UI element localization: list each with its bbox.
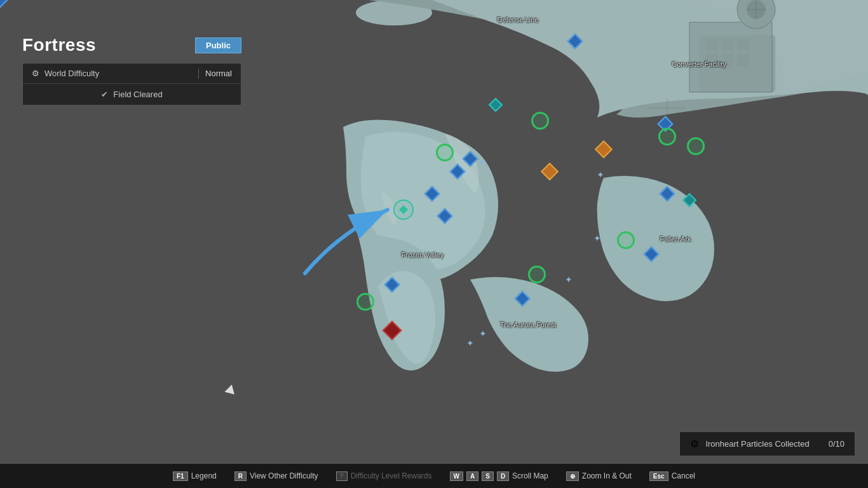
stats-box: ⚙ World Difficulty │ Normal ✔ Field Clea… bbox=[22, 63, 241, 105]
zoom-label: Zoom In & Out bbox=[582, 471, 632, 480]
view-difficulty-label: View Other Difficulty bbox=[250, 471, 318, 480]
a-badge: A bbox=[466, 471, 478, 481]
legend-key[interactable]: F1 Legend bbox=[173, 471, 217, 481]
difficulty-rewards-label: Difficulty Level Rewards bbox=[351, 471, 432, 480]
zoom-badge: ⊕ bbox=[566, 471, 579, 481]
encounter-marker-6[interactable]: ✦ bbox=[466, 338, 474, 348]
field-cleared-row: ✔ Field Cleared bbox=[23, 84, 241, 105]
ironheart-count: 0/10 bbox=[829, 439, 844, 449]
cancel-key[interactable]: Esc Cancel bbox=[649, 471, 695, 481]
public-badge[interactable]: Public bbox=[195, 37, 241, 53]
resource-node-2[interactable] bbox=[531, 112, 549, 130]
w-badge: W bbox=[450, 471, 463, 481]
scroll-map-label: Scroll Map bbox=[512, 471, 548, 480]
info-panel: Fortress Public ⚙ World Difficulty │ Nor… bbox=[22, 35, 241, 105]
f1-badge: F1 bbox=[173, 471, 188, 481]
resource-node-5[interactable] bbox=[356, 293, 374, 311]
fortress-header: Fortress Public bbox=[22, 35, 241, 55]
resource-node-1[interactable] bbox=[436, 144, 454, 161]
world-difficulty-row[interactable]: ⚙ World Difficulty │ Normal bbox=[23, 64, 241, 84]
cancel-label: Cancel bbox=[672, 471, 695, 480]
esc-badge: Esc bbox=[649, 471, 668, 481]
zoom-key[interactable]: ⊕ Zoom In & Out bbox=[566, 471, 632, 481]
encounter-marker-1[interactable]: ✦ bbox=[565, 274, 573, 285]
ironheart-box: ⚙ Ironheart Particles Collected 0/10 bbox=[679, 431, 855, 456]
resource-node-7[interactable] bbox=[617, 231, 635, 249]
ironheart-gear-icon: ⚙ bbox=[690, 438, 699, 450]
difficulty-rewards-key[interactable]: ? Difficulty Level Rewards bbox=[336, 471, 432, 481]
check-icon: ✔ bbox=[101, 90, 108, 99]
s-badge: S bbox=[482, 471, 494, 481]
encounter-marker-5[interactable]: ✦ bbox=[597, 170, 604, 180]
fortress-title: Fortress bbox=[22, 35, 96, 55]
resource-node-3[interactable] bbox=[658, 128, 676, 146]
legend-label: Legend bbox=[191, 471, 217, 480]
r-badge: R bbox=[234, 471, 247, 481]
encounter-marker-4[interactable]: ✦ bbox=[479, 157, 487, 167]
label-fallen-ark: Fallen Ark bbox=[660, 235, 691, 243]
resource-node-6[interactable] bbox=[528, 266, 546, 283]
q-badge: ? bbox=[336, 471, 348, 481]
view-difficulty-key[interactable]: R View Other Difficulty bbox=[234, 471, 318, 481]
scroll-map-key[interactable]: W A S D Scroll Map bbox=[450, 471, 548, 481]
svg-rect-11 bbox=[689, 22, 772, 92]
resource-node-4[interactable] bbox=[687, 137, 705, 155]
encounter-marker-3[interactable]: ✦ bbox=[593, 233, 601, 243]
label-converter-facility: Converter Facility bbox=[672, 60, 726, 68]
ironheart-label: Ironheart Particles Collected bbox=[705, 439, 809, 449]
label-aurora-forest: The Aurora Forest bbox=[500, 321, 557, 329]
label-defense-line: Defense Line bbox=[498, 16, 539, 24]
divider-icon: │ bbox=[196, 69, 201, 78]
world-difficulty-label: ⚙ World Difficulty bbox=[32, 69, 99, 78]
direction-arrow bbox=[286, 197, 413, 280]
encounter-marker-2[interactable]: ✦ bbox=[479, 329, 487, 339]
bottom-bar: F1 Legend R View Other Difficulty ? Diff… bbox=[0, 464, 868, 488]
gear-icon: ⚙ bbox=[32, 69, 39, 78]
world-difficulty-value: │ Normal bbox=[196, 69, 232, 78]
d-badge: D bbox=[497, 471, 509, 481]
